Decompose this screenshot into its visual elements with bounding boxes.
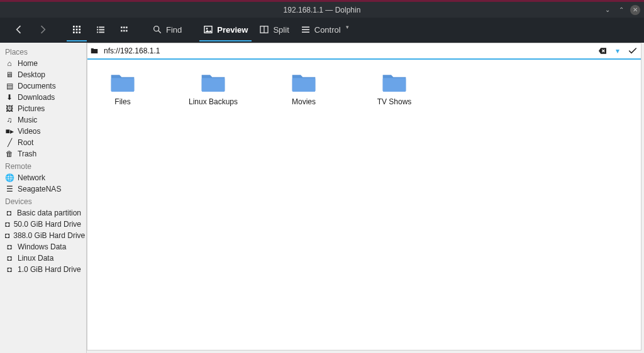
sidebar-item-label: Trash xyxy=(18,149,36,158)
sidebar-item-1gib-drive[interactable]: ◘1.0 GiB Hard Drive xyxy=(0,264,86,275)
backspace-icon xyxy=(597,46,608,56)
sidebar-item-label: Music xyxy=(18,116,37,124)
close-button[interactable]: ✕ xyxy=(630,5,640,15)
document-icon: ▤ xyxy=(5,82,14,90)
sidebar-item-basic-data-partition[interactable]: ◘Basic data partition xyxy=(0,207,86,219)
split-button[interactable]: Split xyxy=(255,19,292,41)
download-icon: ⬇ xyxy=(5,93,14,102)
svg-rect-26 xyxy=(302,26,309,28)
preview-button[interactable]: Preview xyxy=(199,19,252,41)
chevron-up-icon: ⌃ xyxy=(619,6,624,13)
sidebar-item-label: 50.0 GiB Hard Drive xyxy=(14,220,81,229)
find-label: Find xyxy=(166,25,182,35)
sidebar-item-label: Windows Data xyxy=(18,242,66,251)
svg-rect-19 xyxy=(123,30,125,32)
arrow-right-icon xyxy=(38,24,48,35)
svg-rect-29 xyxy=(111,78,135,92)
control-label: Control xyxy=(314,25,341,35)
svg-rect-3 xyxy=(73,29,75,31)
svg-rect-13 xyxy=(97,31,98,33)
home-icon: ⌂ xyxy=(5,59,14,68)
maximize-button[interactable]: ⌃ xyxy=(616,5,626,15)
titlebar: 192.168.1.1 — Dolphin ⌄ ⌃ ✕ xyxy=(0,0,644,18)
view-compact-button[interactable] xyxy=(91,19,111,41)
sidebar-item-home[interactable]: ⌂Home xyxy=(0,58,86,69)
folder-icon xyxy=(90,46,100,56)
sidebar-item-root[interactable]: ╱Root xyxy=(0,137,86,148)
close-icon: ✕ xyxy=(633,6,638,13)
check-icon xyxy=(628,46,638,56)
music-icon: ♫ xyxy=(5,116,14,124)
main-view: ▾ Files Linux Backups Movies xyxy=(87,43,641,350)
sidebar-item-label: Desktop xyxy=(18,70,45,79)
folder-icon xyxy=(110,71,135,94)
sidebar-item-network[interactable]: 🌐Network xyxy=(0,172,86,183)
find-button[interactable]: Find xyxy=(148,19,186,41)
back-button[interactable] xyxy=(9,19,29,41)
svg-rect-28 xyxy=(302,31,309,33)
desktop-icon: 🖥 xyxy=(5,70,14,79)
address-input[interactable] xyxy=(104,46,593,55)
arrow-left-icon xyxy=(14,24,24,35)
svg-rect-31 xyxy=(292,78,316,92)
minimize-button[interactable]: ⌄ xyxy=(602,5,613,15)
search-icon xyxy=(152,24,162,35)
sidebar-item-music[interactable]: ♫Music xyxy=(0,114,86,126)
sidebar-item-videos[interactable]: ■▸Videos xyxy=(0,126,86,137)
sidebar-item-desktop[interactable]: 🖥Desktop xyxy=(0,69,86,80)
go-button[interactable] xyxy=(627,45,638,57)
trash-icon: 🗑 xyxy=(5,149,14,158)
sidebar-item-seagatenas[interactable]: ☰SeagateNAS xyxy=(0,183,86,195)
folder-item[interactable]: TV Shows xyxy=(368,71,421,106)
sidebar-item-388gib-drive[interactable]: ◘388.0 GiB Hard Drive xyxy=(0,230,86,241)
folder-item[interactable]: Linux Backups xyxy=(187,71,240,106)
list-icon xyxy=(96,24,106,35)
svg-rect-16 xyxy=(123,26,125,28)
disk-icon: ◘ xyxy=(5,265,14,274)
sidebar-item-trash[interactable]: 🗑Trash xyxy=(0,148,86,160)
svg-rect-5 xyxy=(79,29,80,31)
svg-rect-8 xyxy=(79,31,80,33)
sidebar-item-pictures[interactable]: 🖼Pictures xyxy=(0,103,86,114)
svg-point-23 xyxy=(206,28,208,30)
svg-rect-14 xyxy=(99,31,104,33)
split-label: Split xyxy=(273,25,289,35)
chevron-down-icon: ⌄ xyxy=(605,6,610,13)
folder-view[interactable]: Files Linux Backups Movies TV Shows xyxy=(87,60,641,350)
clear-address-button[interactable] xyxy=(597,45,608,57)
folder-item[interactable]: Movies xyxy=(277,71,330,106)
sidebar-item-documents[interactable]: ▤Documents xyxy=(0,80,86,92)
address-history-button[interactable]: ▾ xyxy=(612,45,623,57)
grid-icon xyxy=(72,24,82,35)
places-panel: Places ⌂Home 🖥Desktop ▤Documents ⬇Downlo… xyxy=(0,43,87,353)
window-title: 192.168.1.1 — Dolphin xyxy=(284,6,361,14)
sidebar-section-places: Places xyxy=(0,45,86,58)
folder-label: TV Shows xyxy=(377,97,412,106)
sidebar-item-label: Videos xyxy=(18,127,40,136)
disk-icon: ◘ xyxy=(5,254,14,263)
svg-rect-10 xyxy=(99,26,104,28)
sidebar-item-windows-data[interactable]: ◘Windows Data xyxy=(0,241,86,253)
svg-rect-15 xyxy=(121,26,123,28)
control-button[interactable]: Control ▾ xyxy=(297,19,360,41)
svg-rect-12 xyxy=(99,29,104,30)
picture-icon: 🖼 xyxy=(5,104,14,113)
nas-icon: ☰ xyxy=(5,185,14,193)
dolphin-window: 192.168.1.1 — Dolphin ⌄ ⌃ ✕ Find xyxy=(0,0,644,353)
svg-rect-0 xyxy=(73,26,75,28)
svg-point-21 xyxy=(154,26,159,31)
svg-rect-1 xyxy=(76,26,78,28)
forward-button[interactable] xyxy=(33,19,53,41)
folder-item[interactable]: Files xyxy=(96,71,149,106)
sidebar-item-label: Downloads xyxy=(18,93,55,102)
sidebar-item-linux-data[interactable]: ◘Linux Data xyxy=(0,253,86,264)
sidebar-item-downloads[interactable]: ⬇Downloads xyxy=(0,92,86,103)
sidebar-item-50gib-drive[interactable]: ◘50.0 GiB Hard Drive xyxy=(0,219,86,230)
view-details-button[interactable] xyxy=(114,19,135,41)
folder-label: Movies xyxy=(292,97,316,106)
sidebar-item-label: Basic data partition xyxy=(17,209,81,217)
root-icon: ╱ xyxy=(5,138,14,147)
folder-icon xyxy=(201,71,226,94)
view-icons-button[interactable] xyxy=(67,19,87,41)
image-icon xyxy=(203,24,213,35)
